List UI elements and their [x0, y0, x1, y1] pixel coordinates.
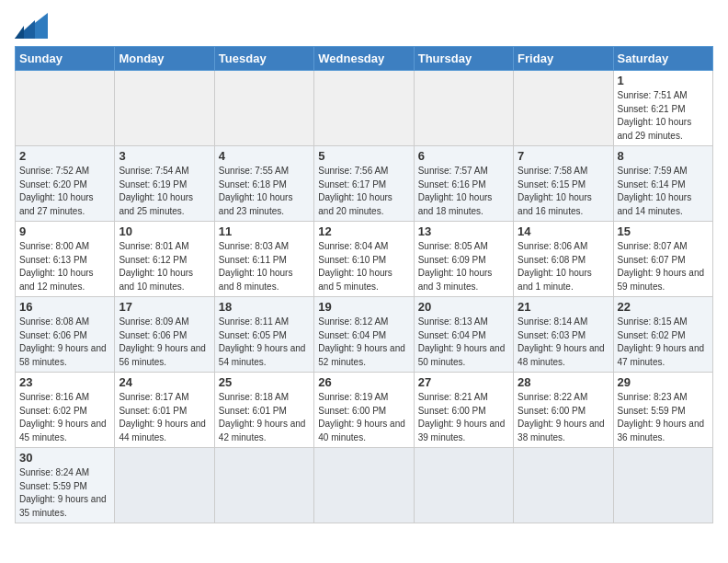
calendar-cell: 16Sunrise: 8:08 AM Sunset: 6:06 PM Dayli…: [16, 297, 115, 373]
calendar-week-2: 2Sunrise: 7:52 AM Sunset: 6:20 PM Daylig…: [16, 146, 713, 222]
day-header-wednesday: Wednesday: [314, 47, 414, 71]
calendar-cell: 18Sunrise: 8:11 AM Sunset: 6:05 PM Dayli…: [214, 297, 313, 373]
day-number: 30: [19, 451, 110, 465]
calendar-cell: [414, 71, 513, 146]
calendar-cell: 8Sunrise: 7:59 AM Sunset: 6:14 PM Daylig…: [613, 146, 712, 222]
calendar-cell: 29Sunrise: 8:23 AM Sunset: 5:59 PM Dayli…: [613, 373, 712, 448]
day-number: 4: [219, 149, 310, 163]
day-info: Sunrise: 8:06 AM Sunset: 6:08 PM Dayligh…: [518, 240, 609, 293]
calendar-cell: 2Sunrise: 7:52 AM Sunset: 6:20 PM Daylig…: [16, 146, 115, 222]
day-number: 14: [518, 224, 609, 238]
day-number: 15: [618, 224, 709, 238]
calendar-cell: [115, 71, 214, 146]
calendar-cell: [115, 448, 214, 523]
day-number: 27: [418, 375, 509, 389]
day-number: 1: [618, 74, 709, 87]
day-number: 13: [418, 224, 509, 238]
calendar-cell: 13Sunrise: 8:05 AM Sunset: 6:09 PM Dayli…: [414, 222, 513, 297]
calendar-body: 1Sunrise: 7:51 AM Sunset: 6:21 PM Daylig…: [16, 71, 713, 523]
calendar-cell: [514, 448, 613, 523]
day-info: Sunrise: 8:04 AM Sunset: 6:10 PM Dayligh…: [318, 240, 409, 293]
day-info: Sunrise: 8:14 AM Sunset: 6:03 PM Dayligh…: [518, 316, 609, 369]
day-info: Sunrise: 8:23 AM Sunset: 5:59 PM Dayligh…: [618, 391, 709, 444]
day-number: 2: [19, 149, 110, 163]
day-info: Sunrise: 8:21 AM Sunset: 6:00 PM Dayligh…: [418, 391, 509, 444]
day-info: Sunrise: 8:17 AM Sunset: 6:01 PM Dayligh…: [119, 391, 210, 444]
calendar-cell: [514, 71, 613, 146]
day-number: 20: [418, 300, 509, 314]
calendar-cell: [214, 448, 313, 523]
calendar-week-3: 9Sunrise: 8:00 AM Sunset: 6:13 PM Daylig…: [16, 222, 713, 297]
day-header-sunday: Sunday: [16, 47, 115, 71]
day-number: 3: [119, 149, 210, 163]
day-info: Sunrise: 8:05 AM Sunset: 6:09 PM Dayligh…: [418, 240, 509, 293]
calendar-cell: [414, 448, 513, 523]
day-info: Sunrise: 8:16 AM Sunset: 6:02 PM Dayligh…: [19, 391, 110, 444]
calendar-cell: 27Sunrise: 8:21 AM Sunset: 6:00 PM Dayli…: [414, 373, 513, 448]
day-number: 25: [219, 375, 310, 389]
calendar-cell: 6Sunrise: 7:57 AM Sunset: 6:16 PM Daylig…: [414, 146, 513, 222]
calendar-cell: 17Sunrise: 8:09 AM Sunset: 6:06 PM Dayli…: [115, 297, 214, 373]
day-info: Sunrise: 8:13 AM Sunset: 6:04 PM Dayligh…: [418, 316, 509, 369]
calendar-cell: 5Sunrise: 7:56 AM Sunset: 6:17 PM Daylig…: [314, 146, 414, 222]
day-info: Sunrise: 7:52 AM Sunset: 6:20 PM Dayligh…: [19, 165, 110, 218]
day-info: Sunrise: 7:56 AM Sunset: 6:17 PM Dayligh…: [318, 165, 409, 218]
day-info: Sunrise: 8:18 AM Sunset: 6:01 PM Dayligh…: [219, 391, 310, 444]
day-number: 19: [318, 300, 409, 314]
calendar-cell: [314, 71, 414, 146]
calendar-cell: 20Sunrise: 8:13 AM Sunset: 6:04 PM Dayli…: [414, 297, 513, 373]
day-number: 26: [318, 375, 409, 389]
day-info: Sunrise: 7:55 AM Sunset: 6:18 PM Dayligh…: [219, 165, 310, 218]
calendar-cell: [314, 448, 414, 523]
page: SundayMondayTuesdayWednesdayThursdayFrid…: [0, 0, 728, 533]
calendar-week-4: 16Sunrise: 8:08 AM Sunset: 6:06 PM Dayli…: [16, 297, 713, 373]
day-info: Sunrise: 8:09 AM Sunset: 6:06 PM Dayligh…: [119, 316, 210, 369]
calendar-cell: 30Sunrise: 8:24 AM Sunset: 5:59 PM Dayli…: [16, 448, 115, 523]
day-info: Sunrise: 8:07 AM Sunset: 6:07 PM Dayligh…: [618, 240, 709, 293]
day-header-friday: Friday: [514, 47, 613, 71]
day-number: 16: [19, 300, 110, 314]
day-info: Sunrise: 7:51 AM Sunset: 6:21 PM Dayligh…: [618, 89, 709, 143]
day-header-monday: Monday: [115, 47, 214, 71]
calendar-cell: 7Sunrise: 7:58 AM Sunset: 6:15 PM Daylig…: [514, 146, 613, 222]
calendar-week-1: 1Sunrise: 7:51 AM Sunset: 6:21 PM Daylig…: [16, 71, 713, 146]
calendar-cell: 4Sunrise: 7:55 AM Sunset: 6:18 PM Daylig…: [214, 146, 313, 222]
day-info: Sunrise: 7:58 AM Sunset: 6:15 PM Dayligh…: [518, 165, 609, 218]
calendar-cell: 25Sunrise: 8:18 AM Sunset: 6:01 PM Dayli…: [214, 373, 313, 448]
day-number: 21: [518, 300, 609, 314]
day-number: 7: [518, 149, 609, 163]
day-number: 29: [618, 375, 709, 389]
calendar-week-5: 23Sunrise: 8:16 AM Sunset: 6:02 PM Dayli…: [16, 373, 713, 448]
calendar-cell: 3Sunrise: 7:54 AM Sunset: 6:19 PM Daylig…: [115, 146, 214, 222]
calendar-cell: 11Sunrise: 8:03 AM Sunset: 6:11 PM Dayli…: [214, 222, 313, 297]
generalblue-logo-icon: [15, 13, 48, 39]
day-number: 11: [219, 224, 310, 238]
day-header-saturday: Saturday: [613, 47, 712, 71]
calendar-cell: 9Sunrise: 8:00 AM Sunset: 6:13 PM Daylig…: [16, 222, 115, 297]
day-info: Sunrise: 7:54 AM Sunset: 6:19 PM Dayligh…: [119, 165, 210, 218]
calendar-cell: 12Sunrise: 8:04 AM Sunset: 6:10 PM Dayli…: [314, 222, 414, 297]
calendar-cell: 14Sunrise: 8:06 AM Sunset: 6:08 PM Dayli…: [514, 222, 613, 297]
day-info: Sunrise: 7:59 AM Sunset: 6:14 PM Dayligh…: [618, 165, 709, 218]
day-header-tuesday: Tuesday: [214, 47, 313, 71]
calendar-cell: 28Sunrise: 8:22 AM Sunset: 6:00 PM Dayli…: [514, 373, 613, 448]
day-header-thursday: Thursday: [414, 47, 513, 71]
calendar-cell: 15Sunrise: 8:07 AM Sunset: 6:07 PM Dayli…: [613, 222, 712, 297]
calendar-header: SundayMondayTuesdayWednesdayThursdayFrid…: [16, 47, 713, 71]
day-info: Sunrise: 8:24 AM Sunset: 5:59 PM Dayligh…: [19, 466, 110, 520]
svg-marker-2: [15, 26, 24, 39]
calendar-week-6: 30Sunrise: 8:24 AM Sunset: 5:59 PM Dayli…: [16, 448, 713, 523]
day-number: 24: [119, 375, 210, 389]
calendar-cell: [613, 448, 712, 523]
calendar-cell: 26Sunrise: 8:19 AM Sunset: 6:00 PM Dayli…: [314, 373, 414, 448]
calendar-cell: 23Sunrise: 8:16 AM Sunset: 6:02 PM Dayli…: [16, 373, 115, 448]
day-info: Sunrise: 8:03 AM Sunset: 6:11 PM Dayligh…: [219, 240, 310, 293]
day-info: Sunrise: 8:00 AM Sunset: 6:13 PM Dayligh…: [19, 240, 110, 293]
day-info: Sunrise: 8:15 AM Sunset: 6:02 PM Dayligh…: [618, 316, 709, 369]
day-number: 8: [618, 149, 709, 163]
calendar-cell: [214, 71, 313, 146]
day-info: Sunrise: 8:08 AM Sunset: 6:06 PM Dayligh…: [19, 316, 110, 369]
day-info: Sunrise: 8:01 AM Sunset: 6:12 PM Dayligh…: [119, 240, 210, 293]
day-number: 18: [219, 300, 310, 314]
day-number: 28: [518, 375, 609, 389]
